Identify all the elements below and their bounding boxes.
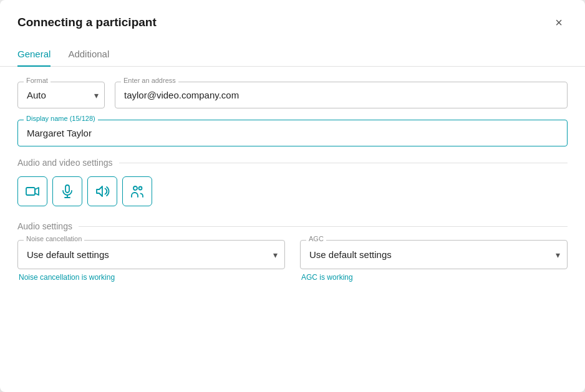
- camera-button[interactable]: [17, 176, 47, 206]
- format-address-row: Format Auto SIP H.323 RTMP Enter an addr…: [17, 82, 568, 108]
- agc-status: AGC is working: [300, 273, 568, 282]
- noise-cancellation-field: Noise cancellation Use default settings …: [17, 240, 285, 282]
- noise-cancellation-select-wrapper: Use default settings On Off: [17, 240, 285, 269]
- agc-label: AGC: [306, 235, 326, 242]
- dialog-header: Connecting a participant ×: [0, 0, 585, 31]
- speaker-button[interactable]: [87, 176, 117, 206]
- display-name-input[interactable]: [17, 120, 568, 146]
- dialog-body: Format Auto SIP H.323 RTMP Enter an addr…: [0, 67, 585, 299]
- close-button[interactable]: ×: [550, 14, 568, 31]
- format-label: Format: [24, 77, 51, 84]
- speaker-icon: [95, 184, 110, 199]
- noise-cancellation-select[interactable]: Use default settings On Off: [17, 240, 285, 269]
- av-buttons-container: [17, 176, 568, 206]
- format-select[interactable]: Auto SIP H.323 RTMP: [17, 82, 105, 108]
- microphone-icon: [60, 184, 75, 199]
- svg-point-4: [133, 186, 137, 190]
- noise-cancellation-label: Noise cancellation: [24, 235, 84, 242]
- display-name-row: Display name (15/128): [17, 120, 568, 146]
- tab-general[interactable]: General: [17, 42, 51, 67]
- noise-cancellation-status: Noise cancellation is working: [17, 273, 285, 282]
- agc-select-wrapper: Use default settings On Off: [300, 240, 568, 269]
- format-select-wrapper: Auto SIP H.323 RTMP: [17, 82, 105, 108]
- display-name-label: Display name (15/128): [24, 115, 98, 122]
- participants-icon: [130, 184, 145, 199]
- address-field-group: Enter an address: [115, 82, 568, 108]
- svg-rect-0: [26, 188, 35, 195]
- svg-rect-1: [65, 185, 69, 193]
- address-input[interactable]: [115, 82, 568, 108]
- svg-point-5: [139, 187, 142, 190]
- camera-icon: [25, 184, 40, 199]
- tabs-container: General Additional: [0, 42, 585, 67]
- microphone-button[interactable]: [52, 176, 82, 206]
- av-section-label: Audio and video settings: [17, 158, 568, 168]
- audio-section-label: Audio settings: [17, 221, 568, 231]
- format-field-group: Format Auto SIP H.323 RTMP: [17, 82, 105, 108]
- dialog-title: Connecting a participant: [17, 16, 157, 29]
- display-name-field-group: Display name (15/128): [17, 120, 568, 146]
- tab-additional[interactable]: Additional: [68, 42, 109, 67]
- participants-button[interactable]: [122, 176, 152, 206]
- audio-settings-row: Noise cancellation Use default settings …: [17, 240, 568, 282]
- agc-field: AGC Use default settings On Off AGC is w…: [300, 240, 568, 282]
- agc-select[interactable]: Use default settings On Off: [300, 240, 568, 269]
- dialog: Connecting a participant × General Addit…: [0, 0, 585, 392]
- address-label: Enter an address: [121, 77, 178, 84]
